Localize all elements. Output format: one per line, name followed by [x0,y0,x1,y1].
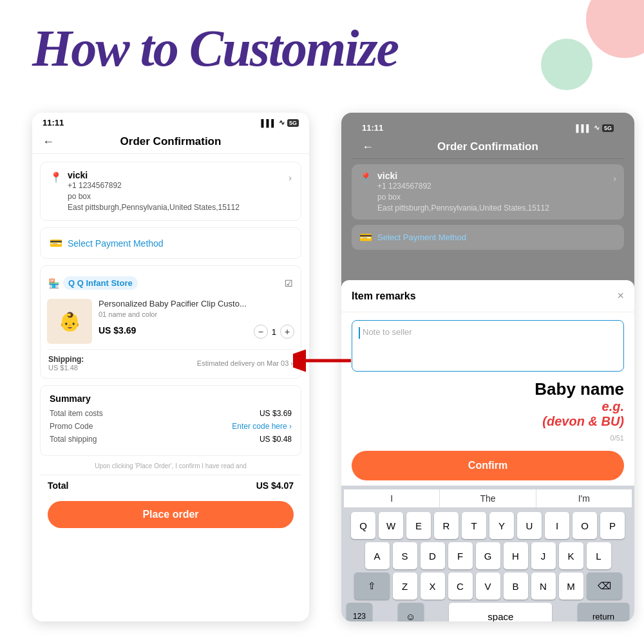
status-icons-right: ▌▌▌ ∿ 5G [576,124,614,132]
key-emoji[interactable]: ☺ [398,603,424,621]
5g-badge-left: 5G [287,119,299,127]
kb-suggest-i[interactable]: I [344,489,440,507]
key-space[interactable]: space [449,603,552,621]
status-bar-left: 11:11 ▌▌▌ ∿ 5G [32,113,309,130]
5g-badge-right: 5G [602,124,614,132]
popup-header: Item remarks × [341,280,634,312]
phone-right: 11:11 ▌▌▌ ∿ 5G ← Order Confirmation 📍 vi… [341,113,634,621]
confirm-button[interactable]: Confirm [352,451,624,480]
key-p[interactable]: P [600,512,625,539]
key-e[interactable]: E [406,512,431,539]
eg-label: e.g. [602,399,624,413]
wifi-icon-left: ∿ [279,118,285,127]
address-line1-left: po box [68,191,240,202]
product-image-left: 👶 [47,299,92,344]
address-chevron-right: › [613,173,616,184]
key-k[interactable]: K [559,542,583,569]
key-b[interactable]: B [504,573,528,600]
key-o[interactable]: O [573,512,597,539]
summary-row-items: Total item costs US $3.69 [50,409,292,418]
place-order-button[interactable]: Place order [48,501,294,528]
key-a[interactable]: A [365,542,390,569]
popup-close-button[interactable]: × [617,289,624,303]
note-input-area[interactable]: Note to seller [352,320,624,372]
key-d[interactable]: D [421,542,445,569]
disclaimer-text: Upon clicking 'Place Order', I confirm I… [40,462,301,469]
qty-increase-left[interactable]: + [280,325,294,339]
text-cursor [359,327,360,339]
bg-circle-green [541,39,592,90]
kb-suggest-im[interactable]: I'm [536,489,632,507]
key-return[interactable]: return [578,603,629,621]
key-s[interactable]: S [393,542,417,569]
payment-row-left[interactable]: 💳 Select Payment Method [40,227,301,259]
key-numbers[interactable]: 123 [346,603,372,621]
phone-body-left: 📍 vicki +1 1234567892 po box East pittsb… [32,154,309,541]
recipient-phone-right: +1 1234567892 [377,181,549,192]
key-u[interactable]: U [517,512,542,539]
address-card-left[interactable]: 📍 vicki +1 1234567892 po box East pittsb… [40,162,301,221]
char-count: 0/51 [352,434,624,442]
key-l[interactable]: L [587,542,611,569]
key-z[interactable]: Z [393,573,417,600]
key-r[interactable]: R [434,512,459,539]
popup-title: Item remarks [352,290,416,302]
address-card-right[interactable]: 📍 vicki +1 1234567892 po box East pittsb… [352,164,624,220]
time-right: 11:11 [362,123,383,133]
delivery-text-left: Estimated delivery on Mar 03 › [197,359,293,367]
summary-row-promo[interactable]: Promo Code Enter code here › [50,422,292,431]
product-card-left: 🏪 Q Q Infant Store ☑ 👶 Personalized Baby… [40,265,301,379]
key-t[interactable]: T [462,512,486,539]
total-value-left: US $4.07 [256,480,294,491]
baby-name-title: Baby name [352,379,624,399]
product-variant-left: 01 name and color [99,310,294,318]
summary-items-value: US $3.69 [260,409,292,418]
order-confirmation-header-left: ← Order Confirmation [32,130,309,154]
address-left: 📍 vicki +1 1234567892 po box East pittsb… [50,170,240,213]
qty-decrease-left[interactable]: − [254,325,268,339]
payment-label-right: Select Payment Method [377,232,466,242]
address-line2-left: East pittsburgh,Pennsylvania,United Stat… [68,202,240,213]
total-row-left: Total US $4.07 [40,475,301,496]
keyboard: I The I'm Q W E R T Y U I O P A S D [341,486,634,621]
back-button-left[interactable]: ← [43,135,54,149]
address-chevron-left: › [289,173,292,183]
key-n[interactable]: N [531,573,556,600]
shipping-label-left: Shipping: [48,355,84,364]
eg-value: (devon & BU) [352,414,624,429]
summary-shipping-value: US $0.48 [260,435,292,444]
key-g[interactable]: G [476,542,500,569]
note-icon-left[interactable]: ☑ [285,278,293,289]
kb-suggest-the[interactable]: The [440,489,536,507]
phone-right-dimmed: 11:11 ▌▌▌ ∿ 5G ← Order Confirmation 📍 vi… [341,113,634,293]
location-icon-left: 📍 [50,171,62,213]
time-left: 11:11 [43,118,64,128]
key-h[interactable]: H [504,542,528,569]
key-i[interactable]: I [545,512,569,539]
key-q[interactable]: Q [351,512,375,539]
product-row-left: 👶 Personalized Baby Pacifier Clip Custo.… [47,299,294,344]
key-f[interactable]: F [448,542,473,569]
payment-row-right[interactable]: 💳 Select Payment Method [352,225,624,250]
key-x[interactable]: X [421,573,445,600]
key-w[interactable]: W [379,512,403,539]
key-y[interactable]: Y [489,512,514,539]
shipping-cost-left: US $1.48 [48,364,84,372]
product-info-left: Personalized Baby Pacifier Clip Custo...… [99,299,294,339]
address-details-left: vicki +1 1234567892 po box East pittsbur… [68,170,240,213]
summary-row-shipping: Total shipping US $0.48 [50,435,292,444]
qty-control-left: − 1 + [254,325,294,339]
price-qty-row: US $3.69 − 1 + [99,322,294,339]
key-m[interactable]: M [559,573,583,600]
key-j[interactable]: J [531,542,556,569]
key-c[interactable]: C [448,573,473,600]
header-title-right: Order Confirmation [437,140,538,153]
wifi-icon-right: ∿ [594,124,600,132]
header-title-left: Order Confirmation [120,135,222,148]
key-shift[interactable]: ⇧ [354,573,390,600]
back-button-right[interactable]: ← [362,140,374,154]
key-v[interactable]: V [476,573,500,600]
store-name-left: Q Q Infant Store [63,276,138,290]
kb-row-2: A S D F G H J K L [344,542,632,569]
key-delete[interactable]: ⌫ [587,573,622,600]
